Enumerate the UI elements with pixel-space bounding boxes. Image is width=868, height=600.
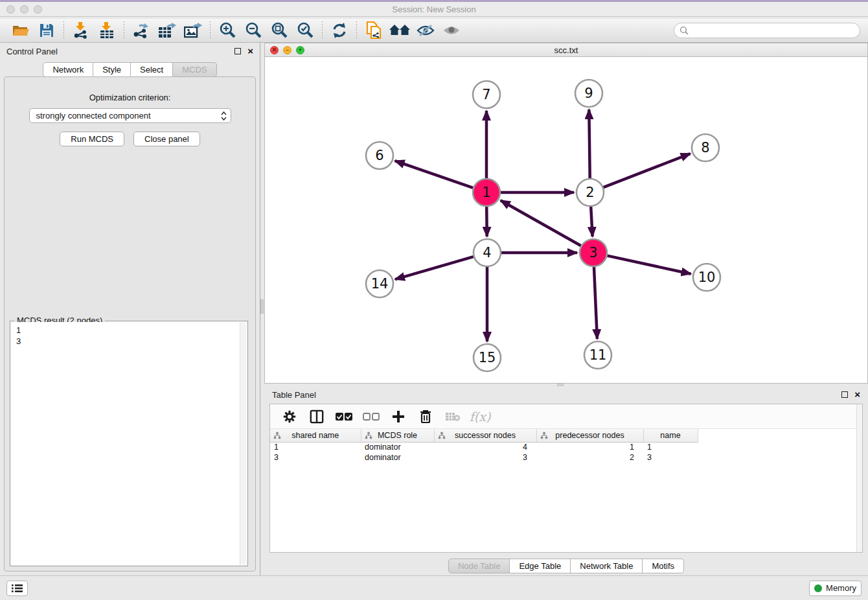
cell-mcds-role[interactable]: dominator — [361, 452, 434, 463]
graph-edge-2-9[interactable] — [589, 110, 589, 178]
select-stepper-icon — [221, 111, 227, 121]
clone-network-icon[interactable] — [361, 21, 387, 40]
export-network-icon[interactable] — [128, 21, 154, 40]
graph-edge-1-6[interactable] — [395, 161, 474, 188]
network-graph: 1234678910111415 — [265, 57, 867, 382]
cell-mcds-role[interactable]: dominator — [361, 442, 434, 452]
export-image-icon[interactable] — [180, 21, 206, 40]
cell-predecessor-nodes[interactable]: 2 — [536, 452, 643, 463]
column-header-shared-name[interactable]: shared name — [270, 429, 361, 442]
network-window-title: scc.txt — [265, 45, 867, 55]
graph-edge-3-10[interactable] — [607, 256, 691, 274]
table-row[interactable]: 3 dominator 3 2 3 — [270, 452, 698, 463]
graph-edge-3-1[interactable] — [501, 200, 581, 246]
tab-node-table[interactable]: Node Table — [448, 559, 510, 573]
table-panel-title: Table Panel — [272, 390, 316, 400]
table-scrollbar[interactable] — [856, 404, 862, 552]
search-field[interactable] — [674, 23, 860, 38]
tab-style[interactable]: Style — [93, 62, 131, 77]
cell-successor-nodes[interactable]: 3 — [434, 452, 536, 463]
graph-node-7[interactable]: 7 — [473, 81, 500, 108]
zoom-selected-icon[interactable] — [292, 21, 318, 40]
tab-mcds[interactable]: MCDS — [173, 62, 216, 77]
graph-node-8[interactable]: 8 — [692, 134, 719, 161]
network-canvas[interactable]: 1234678910111415 — [264, 57, 868, 384]
home-icon[interactable] — [387, 21, 413, 40]
cell-shared-name[interactable]: 1 — [270, 442, 361, 452]
deselect-all-columns-icon[interactable] — [362, 408, 380, 426]
float-table-panel-icon[interactable] — [841, 391, 848, 398]
mcds-result-fieldset: MCDS result (2 nodes) 1 3 — [10, 321, 248, 566]
svg-text:8: 8 — [701, 140, 709, 156]
close-panel-icon[interactable]: × — [247, 48, 253, 54]
cell-shared-name[interactable]: 3 — [270, 452, 361, 463]
network-maximize-button[interactable]: + — [296, 46, 304, 54]
import-table-icon[interactable] — [94, 21, 120, 40]
graph-edge-2-8[interactable] — [604, 154, 691, 187]
close-panel-button[interactable]: Close panel — [133, 132, 200, 146]
graph-node-2[interactable]: 2 — [577, 179, 604, 206]
cell-name[interactable]: 1 — [643, 442, 698, 452]
graph-node-14[interactable]: 14 — [366, 270, 393, 297]
vertical-splitter[interactable] — [260, 43, 264, 575]
search-input[interactable] — [689, 26, 854, 35]
graph-node-10[interactable]: 10 — [693, 264, 720, 291]
zoom-in-icon[interactable] — [214, 21, 240, 40]
graph-edge-2-3[interactable] — [591, 207, 592, 237]
cell-predecessor-nodes[interactable]: 1 — [536, 442, 643, 452]
graph-node-3[interactable]: 3 — [580, 239, 607, 266]
network-close-button[interactable]: ✕ — [270, 46, 279, 54]
run-mcds-button[interactable]: Run MCDS — [60, 132, 124, 146]
table-settings-gear-icon[interactable] — [280, 408, 299, 426]
graph-node-6[interactable]: 6 — [366, 142, 393, 169]
zoom-out-icon[interactable] — [240, 21, 266, 40]
tab-network-table[interactable]: Network Table — [571, 559, 643, 573]
graph-node-11[interactable]: 11 — [584, 341, 611, 369]
graph-edge-4-14[interactable] — [395, 257, 474, 279]
tab-motifs[interactable]: Motifs — [643, 559, 684, 573]
task-history-button[interactable] — [6, 581, 28, 596]
tab-select[interactable]: Select — [131, 62, 173, 77]
import-network-icon[interactable] — [68, 21, 94, 40]
save-session-icon[interactable] — [34, 21, 60, 40]
show-column-panel-icon[interactable] — [308, 408, 326, 426]
svg-text:6: 6 — [375, 148, 383, 163]
control-panel-tabs: Network Style Select MCDS — [0, 62, 260, 77]
result-scrollbar[interactable] — [240, 322, 247, 565]
delete-column-trash-icon[interactable] — [417, 408, 435, 426]
graph-node-1[interactable]: 1 — [473, 179, 500, 206]
tab-network[interactable]: Network — [43, 62, 93, 77]
hide-selected-icon[interactable] — [413, 21, 439, 40]
cell-successor-nodes[interactable]: 4 — [434, 442, 536, 452]
column-header-successor-nodes[interactable]: successor nodes — [434, 429, 536, 442]
graph-node-4[interactable]: 4 — [474, 239, 501, 266]
network-window-titlebar[interactable]: ✕ – + scc.txt — [264, 43, 868, 57]
close-table-panel-icon[interactable]: × — [854, 391, 860, 398]
zoom-fit-icon[interactable] — [266, 21, 292, 40]
column-header-predecessor-nodes[interactable]: predecessor nodes — [536, 429, 643, 442]
table-header-row: shared name MCDS role successor nodes pr… — [270, 429, 698, 442]
app-titlebar: Session: New Session — [0, 0, 868, 17]
mcds-result-list[interactable]: 1 3 — [11, 322, 247, 565]
memory-status-icon — [814, 584, 822, 592]
cell-name[interactable]: 3 — [643, 452, 698, 463]
column-header-name[interactable]: name — [643, 429, 698, 442]
graph-edge-3-11[interactable] — [594, 267, 597, 339]
create-column-icon[interactable] — [389, 408, 407, 426]
open-session-icon[interactable] — [8, 21, 34, 40]
float-panel-icon[interactable] — [234, 48, 241, 54]
criterion-select[interactable]: strongly connected component — [29, 108, 231, 123]
memory-button[interactable]: Memory — [809, 581, 862, 596]
refresh-layout-icon[interactable] — [326, 21, 352, 40]
network-minimize-button[interactable]: – — [283, 46, 291, 54]
export-table-icon[interactable] — [154, 21, 180, 40]
column-header-mcds-role[interactable]: MCDS role — [361, 429, 434, 442]
select-all-columns-icon[interactable] — [335, 408, 353, 426]
graph-node-9[interactable]: 9 — [575, 80, 602, 107]
table-row[interactable]: 1 dominator 4 1 1 — [270, 442, 698, 452]
tab-edge-table[interactable]: Edge Table — [510, 559, 571, 573]
memory-label: Memory — [826, 583, 856, 593]
delete-table-icon — [444, 408, 462, 426]
graph-node-15[interactable]: 15 — [474, 344, 501, 371]
show-all-icon[interactable] — [439, 21, 464, 40]
